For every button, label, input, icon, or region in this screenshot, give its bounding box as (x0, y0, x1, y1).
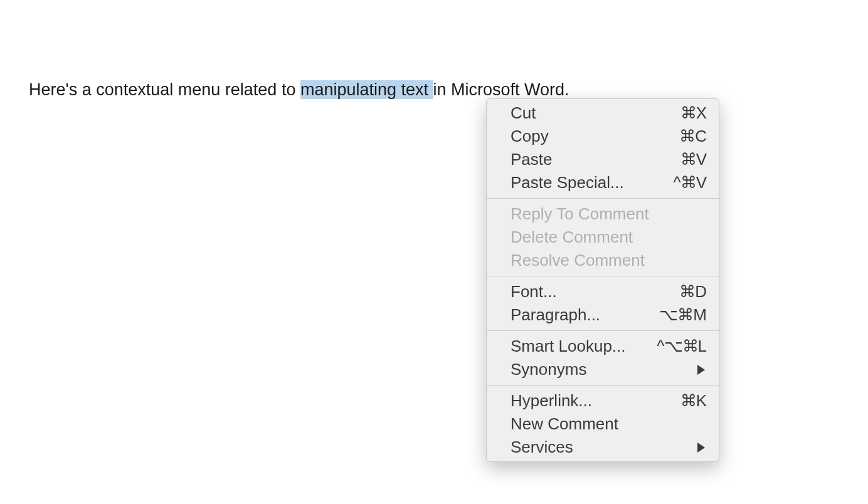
menu-label: New Comment (511, 414, 706, 434)
menu-label: Paste Special... (511, 173, 673, 192)
menu-item-paste[interactable]: Paste ⌘V (487, 148, 719, 171)
menu-shortcut: ^⌥⌘L (657, 337, 706, 356)
menu-item-synonyms[interactable]: Synonyms (487, 358, 719, 381)
menu-label: Hyperlink... (511, 391, 680, 411)
text-after-selection: in Microsoft Word. (433, 80, 569, 99)
menu-separator (487, 330, 719, 331)
menu-label: Paste (511, 150, 680, 169)
menu-item-reply-comment: Reply To Comment (487, 202, 719, 226)
menu-label: Copy (511, 127, 679, 146)
menu-shortcut: ⌥⌘M (659, 305, 706, 325)
menu-item-resolve-comment: Resolve Comment (487, 249, 719, 272)
menu-label: Cut (511, 103, 680, 123)
menu-item-hyperlink[interactable]: Hyperlink... ⌘K (487, 389, 719, 412)
menu-label: Paragraph... (511, 305, 659, 325)
menu-label: Delete Comment (511, 228, 706, 247)
menu-item-smart-lookup[interactable]: Smart Lookup... ^⌥⌘L (487, 335, 719, 358)
menu-item-paragraph[interactable]: Paragraph... ⌥⌘M (487, 303, 719, 327)
submenu-arrow-icon (697, 443, 705, 453)
menu-shortcut: ⌘D (679, 282, 706, 302)
menu-item-cut[interactable]: Cut ⌘X (487, 102, 719, 125)
menu-shortcut: ⌘C (679, 127, 706, 146)
menu-shortcut: ⌘K (680, 391, 706, 411)
menu-separator (487, 276, 719, 276)
menu-separator (487, 198, 719, 199)
menu-label: Reply To Comment (511, 204, 706, 224)
menu-label: Font... (511, 282, 679, 302)
menu-separator (487, 385, 719, 386)
menu-item-paste-special[interactable]: Paste Special... ^⌘V (487, 171, 719, 194)
menu-label: Services (511, 438, 697, 457)
menu-item-delete-comment: Delete Comment (487, 226, 719, 249)
menu-item-font[interactable]: Font... ⌘D (487, 280, 719, 303)
document-text: Here's a contextual menu related to mani… (29, 80, 569, 100)
menu-label: Synonyms (511, 360, 697, 379)
context-menu: Cut ⌘X Copy ⌘C Paste ⌘V Paste Special...… (486, 98, 719, 462)
menu-item-copy[interactable]: Copy ⌘C (487, 125, 719, 148)
menu-shortcut: ⌘X (680, 103, 706, 123)
text-selection[interactable]: manipulating text (300, 80, 433, 99)
menu-label: Resolve Comment (511, 251, 706, 270)
menu-item-new-comment[interactable]: New Comment (487, 412, 719, 436)
menu-item-services[interactable]: Services (487, 436, 719, 459)
text-before-selection: Here's a contextual menu related to (29, 80, 300, 99)
submenu-arrow-icon (697, 365, 705, 375)
menu-shortcut: ^⌘V (673, 173, 706, 192)
menu-label: Smart Lookup... (511, 337, 657, 356)
menu-shortcut: ⌘V (680, 150, 706, 169)
